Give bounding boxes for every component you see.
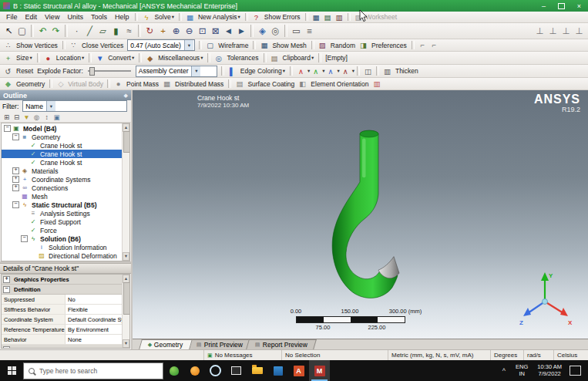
assembly-center-combo[interactable]: Assembly Center▾ bbox=[136, 66, 217, 77]
reset-button[interactable]: Reset bbox=[14, 67, 35, 75]
task-view-icon[interactable] bbox=[226, 360, 247, 381]
next-view-icon[interactable]: ► bbox=[235, 26, 248, 35]
edge-option-icon-1[interactable]: ∧ bbox=[295, 67, 307, 76]
tree-item-mesh[interactable]: ▦Mesh bbox=[2, 192, 123, 201]
section-toggle-icon[interactable]: − bbox=[3, 286, 10, 293]
tree-item-solution[interactable]: −ϟSolution (B6) bbox=[2, 234, 123, 243]
pointer-select-icon[interactable]: ↖ bbox=[2, 25, 15, 36]
close-vertices-icon[interactable]: ∵ bbox=[68, 41, 79, 49]
explode-factor-slider[interactable] bbox=[88, 67, 131, 75]
images-icon[interactable]: ▥ bbox=[334, 13, 345, 22]
angle-units-status[interactable]: Degrees bbox=[491, 350, 524, 360]
slider-thumb[interactable] bbox=[89, 67, 95, 76]
box-zoom-icon[interactable]: ⊠ bbox=[209, 25, 222, 36]
ansys-app-icon[interactable]: A bbox=[288, 360, 309, 381]
isometric-view-icon[interactable]: ◈ bbox=[256, 25, 269, 36]
commands-icon[interactable]: ▥ bbox=[371, 79, 382, 88]
redo-icon[interactable]: ↷ bbox=[49, 25, 62, 36]
preferences-icon[interactable]: ◨ bbox=[358, 41, 369, 49]
scale-combo[interactable]: 0.47 (Auto Scale)▾ bbox=[127, 39, 195, 51]
details-header[interactable]: Details of "Crane Hook st" bbox=[0, 263, 131, 274]
tab-print-preview[interactable]: ▤Print Preview bbox=[187, 339, 251, 349]
cortana-icon[interactable] bbox=[205, 360, 226, 381]
show-vertices-button[interactable]: Show Vertices bbox=[14, 42, 60, 49]
surface-coating-icon[interactable]: ▤ bbox=[234, 79, 245, 88]
undo-icon[interactable]: ↶ bbox=[36, 25, 49, 36]
surface-coating-button[interactable]: Surface Coating bbox=[245, 80, 297, 88]
start-button[interactable] bbox=[0, 360, 23, 381]
orange-app-icon[interactable] bbox=[184, 360, 205, 381]
point-mass-button[interactable]: Point Mass bbox=[124, 80, 161, 88]
snap-tool-icon-2[interactable]: ⊥ bbox=[546, 25, 559, 36]
zoom-out-icon[interactable]: ⊖ bbox=[183, 25, 196, 36]
show-errors-button[interactable]: Show Errors bbox=[262, 13, 303, 21]
geometry-body-icon[interactable]: ◆ bbox=[2, 79, 14, 88]
wireframe-button[interactable]: Wireframe bbox=[216, 42, 250, 49]
miscellaneous-button[interactable]: Miscellaneous▾ bbox=[156, 54, 205, 62]
size-button[interactable]: Size▾ bbox=[14, 54, 35, 62]
edge-option-icon-2[interactable]: ∧ bbox=[310, 67, 321, 76]
model-viewport[interactable]: Crane Hook st 7/9/2022 10:30 AM ANSYS R1… bbox=[133, 90, 588, 339]
tolerances-icon[interactable]: ◎ bbox=[213, 54, 224, 62]
section-toggle-icon[interactable]: − bbox=[3, 346, 10, 349]
title-bar[interactable]: B : Static Structural Al alloy - Mechani… bbox=[0, 0, 588, 12]
point-mass-icon[interactable]: ● bbox=[113, 79, 124, 88]
tree-toggle-icon[interactable]: − bbox=[21, 235, 28, 242]
distributed-mass-icon[interactable]: ▦ bbox=[161, 79, 173, 88]
tree-toggle-icon[interactable]: − bbox=[12, 201, 19, 208]
element-orientation-button[interactable]: Element Orientation bbox=[308, 80, 371, 88]
units-status[interactable]: Metric (mm, kg, N, s, mV, mA) bbox=[388, 350, 491, 360]
size-icon[interactable]: + bbox=[2, 54, 14, 62]
new-analysis-button[interactable]: New Analysis▾ bbox=[196, 13, 243, 21]
details-property-value[interactable]: None bbox=[66, 335, 123, 344]
details-row[interactable]: BehaviorNone bbox=[2, 335, 123, 345]
tree-item-crane-hook-2[interactable]: ✓Crane Hook st bbox=[2, 150, 123, 158]
wireframe-icon[interactable]: ▢ bbox=[204, 41, 216, 49]
look-at-icon[interactable]: ◎ bbox=[269, 25, 282, 36]
virtual-body-icon[interactable]: ◇ bbox=[55, 79, 66, 88]
show-vertices-icon[interactable]: ∴ bbox=[2, 41, 14, 49]
minimize-button[interactable]: – bbox=[535, 0, 553, 12]
details-row[interactable]: Coordinate SystemDefault Coordinate Syst… bbox=[2, 315, 123, 325]
tab-report-preview[interactable]: ▤Report Preview bbox=[247, 339, 317, 349]
show-mesh-button[interactable]: Show Mesh bbox=[270, 42, 308, 49]
charts-icon[interactable]: ▤ bbox=[322, 13, 334, 22]
edge-option-icon-4[interactable]: ∧ bbox=[340, 67, 351, 76]
tree-expand-icon[interactable]: ⊞ bbox=[2, 113, 12, 121]
snap-tool-icon-3[interactable]: ⊥ bbox=[559, 25, 573, 36]
rotate-icon[interactable]: ↻ bbox=[143, 25, 156, 36]
manage-views-icon[interactable]: ▭ bbox=[290, 25, 303, 36]
distributed-mass-button[interactable]: Distributed Mass bbox=[173, 80, 226, 88]
thicken-icon[interactable]: ▥ bbox=[381, 67, 393, 76]
tree-filter-icon[interactable]: ▼ bbox=[22, 113, 32, 121]
select-body-icon[interactable]: ▮ bbox=[109, 25, 123, 36]
tree-toggle-icon[interactable]: + bbox=[12, 184, 19, 191]
tree-item-fixed-support[interactable]: ✓Fixed Support bbox=[2, 217, 123, 226]
details-scrollbar[interactable]: ▲ ▼ bbox=[122, 275, 129, 348]
extend-selection-icon[interactable]: ≈ bbox=[123, 26, 136, 35]
edge-coloring-icon[interactable]: ▌ bbox=[227, 67, 238, 76]
tree-item-analysis-settings[interactable]: ≡Analysis Settings bbox=[2, 209, 123, 217]
clock[interactable]: 10:30 AM 7/9/2022 bbox=[533, 364, 566, 377]
edge-option-icon-3[interactable]: ∧ bbox=[324, 67, 336, 76]
select-edge-icon[interactable]: ╱ bbox=[83, 25, 96, 36]
outline-header[interactable]: Outline ◆ bbox=[0, 90, 131, 100]
temperature-units-status[interactable]: Celsius bbox=[554, 350, 588, 360]
edge-option-caret-4[interactable]: ▾ bbox=[352, 68, 354, 74]
details-row[interactable]: SuppressedNo bbox=[2, 295, 123, 305]
tree-toggle-icon[interactable]: − bbox=[12, 133, 19, 140]
zoom-in-icon[interactable]: ⊕ bbox=[170, 25, 183, 36]
annotation-icon-2[interactable]: ⌐ bbox=[428, 41, 440, 49]
tree-item-directional-deformation[interactable]: ▨Directional Deformation bbox=[2, 251, 123, 260]
select-vertex-icon[interactable]: ∙ bbox=[70, 26, 83, 35]
coordinate-triad[interactable]: Y X Z bbox=[517, 269, 574, 329]
details-section-header[interactable]: +Graphics Properties bbox=[2, 275, 123, 285]
interface-grid-icon[interactable]: ▦ bbox=[311, 13, 322, 22]
convert-icon[interactable]: ▼ bbox=[94, 54, 106, 62]
thicken-button[interactable]: Thicken bbox=[393, 67, 421, 75]
menu-units[interactable]: Units bbox=[63, 13, 87, 21]
scrollbar-thumb[interactable] bbox=[123, 282, 130, 315]
snap-tool-icon-1[interactable]: ⊥ bbox=[533, 25, 546, 36]
menu-help[interactable]: Help bbox=[111, 13, 133, 21]
section-toggle-icon[interactable]: + bbox=[3, 276, 10, 283]
